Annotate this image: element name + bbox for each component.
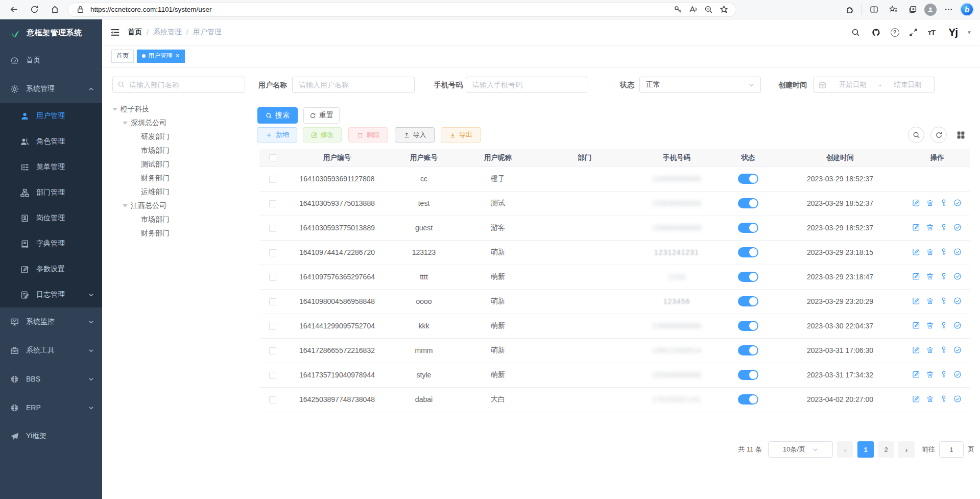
- modify-button[interactable]: 修改: [303, 127, 342, 142]
- browser-home-icon[interactable]: [47, 2, 62, 17]
- assign-role-icon[interactable]: [953, 199, 962, 207]
- row-checkbox[interactable]: [269, 249, 276, 256]
- browser-refresh-icon[interactable]: [27, 2, 42, 17]
- add-favorite-icon[interactable]: [718, 4, 730, 16]
- favorites-bar-icon[interactable]: [886, 2, 901, 17]
- row-checkbox[interactable]: [269, 200, 276, 207]
- reset-password-icon[interactable]: [940, 199, 948, 207]
- select-all-checkbox[interactable]: [269, 154, 276, 161]
- sidebar-item-Yi框架[interactable]: Yi框架: [0, 422, 102, 450]
- assign-role-icon[interactable]: [953, 223, 962, 232]
- delete-icon[interactable]: [926, 370, 935, 379]
- date-range-picker[interactable]: 开始日期 - 结束日期: [813, 77, 935, 93]
- github-icon[interactable]: [870, 26, 882, 38]
- edit-icon[interactable]: [912, 272, 921, 281]
- sidebar-item-参数设置[interactable]: 参数设置: [0, 256, 102, 282]
- split-screen-icon[interactable]: [866, 2, 881, 17]
- sidebar-item-菜单管理[interactable]: 菜单管理: [0, 154, 102, 180]
- status-toggle[interactable]: [738, 370, 758, 380]
- edit-icon[interactable]: [912, 346, 921, 354]
- user-caret-icon[interactable]: ▼: [967, 30, 972, 35]
- sidebar-item-岗位管理[interactable]: 岗位管理: [0, 205, 102, 231]
- status-toggle[interactable]: [738, 272, 758, 282]
- zoom-out-icon[interactable]: [702, 4, 714, 16]
- tree-node-江西总公司[interactable]: 江西总公司: [112, 199, 250, 212]
- row-checkbox[interactable]: [269, 396, 276, 403]
- sidebar-item-用户管理[interactable]: 用户管理: [0, 103, 102, 129]
- tree-node-财务部门[interactable]: 财务部门: [112, 226, 250, 240]
- reset-password-icon[interactable]: [940, 321, 948, 330]
- edit-icon[interactable]: [912, 395, 921, 403]
- app-logo[interactable]: 意框架管理系统: [0, 19, 102, 46]
- sidebar-item-ERP[interactable]: ERP: [0, 393, 102, 422]
- edit-icon[interactable]: [912, 248, 921, 256]
- tab-首页[interactable]: 首页: [111, 50, 134, 63]
- reset-password-icon[interactable]: [940, 272, 948, 281]
- breadcrumb-item[interactable]: 用户管理: [193, 28, 222, 37]
- tree-expand-icon[interactable]: [123, 122, 128, 125]
- status-toggle[interactable]: [738, 296, 758, 306]
- tree-expand-icon[interactable]: [112, 108, 117, 111]
- delete-icon[interactable]: [926, 248, 935, 256]
- status-toggle[interactable]: [738, 321, 758, 331]
- row-checkbox[interactable]: [269, 347, 276, 354]
- browser-back-icon[interactable]: [6, 2, 21, 17]
- sidebar-item-首页[interactable]: 首页: [0, 46, 102, 75]
- reset-password-icon[interactable]: [940, 297, 948, 305]
- reset-password-icon[interactable]: [940, 370, 948, 379]
- tree-expand-icon[interactable]: [123, 204, 128, 207]
- delete-icon[interactable]: [926, 199, 935, 207]
- row-checkbox[interactable]: [269, 298, 276, 305]
- assign-role-icon[interactable]: [953, 395, 962, 403]
- edit-icon[interactable]: [912, 321, 921, 330]
- assign-role-icon[interactable]: [953, 297, 962, 305]
- font-size-icon[interactable]: ᴛT: [928, 28, 936, 37]
- status-select[interactable]: 正常: [639, 77, 761, 93]
- phone-input[interactable]: [466, 77, 587, 93]
- edit-icon[interactable]: [912, 297, 921, 305]
- tab-用户管理[interactable]: 用户管理✕: [137, 50, 185, 63]
- delete-icon[interactable]: [926, 321, 935, 330]
- breadcrumb-item[interactable]: 首页: [128, 28, 142, 37]
- tree-node-测试部门[interactable]: 测试部门: [112, 157, 250, 171]
- status-toggle[interactable]: [738, 345, 758, 355]
- reset-button[interactable]: 重置: [303, 107, 340, 124]
- sidebar-item-系统监控[interactable]: 系统监控: [0, 307, 102, 336]
- tree-node-橙子科技[interactable]: 橙子科技: [112, 102, 250, 116]
- column-settings-button[interactable]: [954, 128, 967, 141]
- row-checkbox[interactable]: [269, 274, 276, 281]
- status-toggle[interactable]: [738, 394, 758, 405]
- edit-icon[interactable]: [912, 370, 921, 379]
- dept-search-input[interactable]: [112, 77, 245, 93]
- username-input[interactable]: [292, 77, 415, 93]
- tree-node-市场部门[interactable]: 市场部门: [112, 144, 250, 157]
- breadcrumb-item[interactable]: 系统管理: [153, 28, 182, 37]
- address-bar[interactable]: https://ccnetcore.com:1101/system/user: [67, 3, 736, 17]
- delete-icon[interactable]: [926, 223, 935, 232]
- table-refresh-button[interactable]: [930, 127, 947, 143]
- sidebar-item-BBS[interactable]: BBS: [0, 365, 102, 393]
- delete-icon[interactable]: [926, 272, 935, 281]
- sidebar-item-系统管理[interactable]: 系统管理: [0, 75, 102, 103]
- help-icon[interactable]: ?: [891, 28, 899, 37]
- tab-close-icon[interactable]: ✕: [175, 53, 180, 59]
- assign-role-icon[interactable]: [953, 346, 962, 354]
- sidebar-item-系统工具[interactable]: 系统工具: [0, 336, 102, 365]
- assign-role-icon[interactable]: [953, 321, 962, 330]
- status-toggle[interactable]: [738, 198, 758, 208]
- site-lock-icon[interactable]: [74, 4, 86, 16]
- row-checkbox[interactable]: [269, 225, 276, 232]
- page-button-1[interactable]: 1: [857, 441, 874, 458]
- search-button[interactable]: 搜索: [257, 107, 298, 124]
- profile-avatar[interactable]: [924, 4, 937, 16]
- read-aloud-icon[interactable]: [687, 4, 699, 16]
- export-button[interactable]: 导出: [441, 127, 481, 142]
- table-search-toggle-button[interactable]: [908, 127, 924, 143]
- delete-icon[interactable]: [926, 297, 935, 305]
- assign-role-icon[interactable]: [953, 370, 962, 379]
- tree-node-运维部门[interactable]: 运维部门: [112, 185, 250, 199]
- sidebar-item-角色管理[interactable]: 角色管理: [0, 129, 102, 154]
- tree-node-市场部门[interactable]: 市场部门: [112, 212, 250, 226]
- copilot-icon[interactable]: b: [960, 3, 974, 16]
- reset-password-icon[interactable]: [940, 395, 948, 403]
